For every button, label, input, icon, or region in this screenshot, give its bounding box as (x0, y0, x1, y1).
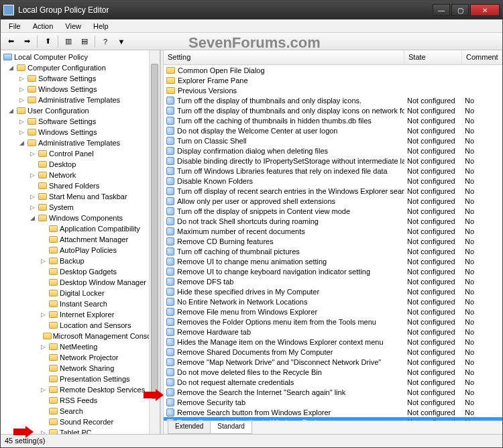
setting-row[interactable]: Maximum number of recent documentsNot co… (164, 226, 502, 236)
back-button[interactable]: ⬅ (3, 34, 18, 49)
tree-node[interactable]: Application Compatibility (1, 223, 160, 234)
setting-row[interactable]: Hide these specified drives in My Comput… (164, 286, 502, 296)
tree-node[interactable]: Network Projector (1, 352, 160, 363)
forward-button[interactable]: ➡ (19, 34, 34, 49)
tree-label[interactable]: Network Projector (58, 353, 118, 361)
tree-root[interactable]: Local Computer Policy (13, 53, 88, 61)
tree-label[interactable]: Network Sharing (58, 364, 114, 372)
setting-row[interactable]: Remove File menu from Windows ExplorerNo… (164, 306, 502, 317)
export-list-button[interactable]: ▤ (77, 34, 92, 49)
setting-row[interactable]: Turn off the display of thumbnails and o… (164, 105, 502, 115)
setting-row[interactable]: Disable Known FoldersNot configuredNo (164, 176, 502, 186)
tree-label[interactable]: Software Settings (37, 74, 96, 82)
setting-row[interactable]: Removes the Folder Options menu item fro… (164, 317, 502, 327)
close-button[interactable]: ✕ (470, 4, 500, 16)
col-state[interactable]: State (404, 50, 462, 64)
menu-action[interactable]: Action (27, 21, 59, 32)
tree-label[interactable]: Instant Search (58, 300, 107, 308)
tree-node[interactable]: Digital Locker (1, 288, 160, 298)
tree-node[interactable]: ▷Windows Settings (1, 84, 160, 95)
tree-node[interactable]: ▷Remote Desktop Services (1, 384, 160, 395)
minimize-button[interactable]: — (433, 4, 450, 16)
tree-node[interactable]: ▷Control Panel (1, 148, 160, 159)
tree-label[interactable]: Remote Desktop Services (58, 386, 145, 394)
setting-row[interactable]: Remove "Map Network Drive" and "Disconne… (164, 357, 502, 367)
setting-row[interactable]: Turn off the caching of thumbnails in hi… (164, 115, 502, 125)
tree-label[interactable]: Software Settings (37, 117, 96, 125)
setting-row[interactable]: Turn off display of recent search entrie… (164, 186, 502, 196)
titlebar[interactable]: Local Group Policy Editor — ▢ ✕ (1, 1, 502, 19)
setting-row[interactable]: Do not move deleted files to the Recycle… (164, 367, 502, 377)
setting-row[interactable]: No Entire Network in Network LocationsNo… (164, 296, 502, 306)
tree-label[interactable]: AutoPlay Policies (58, 246, 117, 254)
tree-label[interactable]: Windows Components (48, 214, 123, 222)
setting-row[interactable]: Remove CD Burning featuresNot configured… (164, 236, 502, 246)
menu-file[interactable]: File (3, 21, 26, 32)
setting-row[interactable]: Turn on Classic ShellNot configuredNo (164, 135, 502, 146)
tree-node[interactable]: ▷Software Settings (1, 116, 160, 127)
setting-row[interactable]: Common Open File Dialog (164, 65, 502, 75)
tree-node[interactable]: Shared Folders (1, 180, 160, 191)
tree-label[interactable]: Backup (58, 257, 85, 265)
setting-row[interactable]: Do not display the Welcome Center at use… (164, 125, 502, 135)
tree-label[interactable]: User Configuration (26, 107, 89, 115)
tree-node[interactable]: RSS Feeds (1, 395, 160, 406)
tree-label[interactable]: Sound Recorder (58, 418, 113, 426)
tree-label[interactable]: Shared Folders (48, 182, 99, 190)
menu-view[interactable]: View (60, 21, 87, 32)
tree-label[interactable]: Application Compatibility (58, 225, 140, 233)
setting-row[interactable]: Turn off the display of snippets in Cont… (164, 206, 502, 216)
maximize-button[interactable]: ▢ (451, 4, 469, 16)
tree-label[interactable]: Control Panel (48, 150, 94, 158)
tree-label[interactable]: RSS Feeds (58, 396, 97, 404)
tree-scrollbar[interactable] (149, 50, 160, 434)
setting-row[interactable]: Explorer Frame Pane (164, 75, 502, 85)
setting-row[interactable]: Previous Versions (164, 85, 502, 95)
tree-label[interactable]: Administrative Templates (37, 139, 120, 147)
col-setting[interactable]: Setting (164, 50, 404, 64)
tree-node[interactable]: Desktop Gadgets (1, 266, 160, 277)
tree-node[interactable]: ▷Windows Settings (1, 127, 160, 137)
setting-row[interactable]: Remove Hardware tabNot configuredNo (164, 327, 502, 337)
tree-label[interactable]: System (48, 203, 74, 211)
settings-list[interactable]: Common Open File DialogExplorer Frame Pa… (164, 65, 502, 421)
setting-row[interactable]: Turn off the display of thumbnails and o… (164, 95, 502, 105)
tree-node[interactable]: Desktop (1, 159, 160, 170)
setting-row[interactable]: Remove UI to change keyboard navigation … (164, 266, 502, 276)
tree-label[interactable]: Administrative Templates (37, 96, 120, 104)
tree-label[interactable]: Desktop (48, 160, 76, 168)
tree-label[interactable]: Desktop Window Manager (58, 278, 146, 286)
tree-node[interactable]: ▷Network (1, 170, 160, 180)
tree-node[interactable]: ▷Internet Explorer (1, 309, 160, 320)
show-hide-tree-button[interactable]: ▥ (61, 34, 76, 49)
tree-label[interactable]: Computer Configuration (26, 64, 106, 72)
tree-label[interactable]: Desktop Gadgets (58, 268, 117, 276)
menu-help[interactable]: Help (88, 21, 114, 32)
tab-standard[interactable]: Standard (210, 421, 252, 434)
setting-row[interactable]: Remove UI to change menu animation setti… (164, 256, 502, 266)
tree-label[interactable]: Network (48, 171, 76, 179)
filter-button[interactable]: ▼ (114, 34, 129, 49)
help-button[interactable]: ? (98, 34, 113, 49)
tree-label[interactable]: Start Menu and Taskbar (48, 192, 127, 201)
tree-label[interactable]: Windows Settings (37, 128, 97, 136)
setting-row[interactable]: Do not request alternate credentialsNot … (164, 377, 502, 387)
setting-row[interactable]: Display confirmation dialog when deletin… (164, 146, 502, 156)
up-button[interactable]: ⬆ (40, 34, 55, 49)
tree-node[interactable]: ▷System (1, 202, 160, 213)
setting-row[interactable]: Remove the Search the Internet "Search a… (164, 387, 502, 397)
setting-row[interactable]: Turn off caching of thumbnail picturesNo… (164, 246, 502, 256)
tree-node[interactable]: ◢Administrative Templates (1, 137, 160, 148)
tree-node[interactable]: AutoPlay Policies (1, 245, 160, 256)
tree-node[interactable]: Network Sharing (1, 363, 160, 374)
setting-row[interactable]: Remove DFS tabNot configuredNo (164, 276, 502, 286)
tree-node[interactable]: ▷NetMeeting (1, 341, 160, 352)
tree-label[interactable]: Windows Settings (37, 85, 97, 93)
tree-node[interactable]: Presentation Settings (1, 374, 160, 384)
tree-node[interactable]: Search (1, 406, 160, 416)
policy-tree[interactable]: Local Computer Policy◢Computer Configura… (1, 50, 160, 434)
tree-node[interactable]: ▷Software Settings (1, 73, 160, 84)
setting-row[interactable]: Allow only per user or approved shell ex… (164, 196, 502, 206)
tree-label[interactable]: Tablet PC (58, 429, 92, 434)
tree-label[interactable]: Presentation Settings (58, 375, 130, 383)
